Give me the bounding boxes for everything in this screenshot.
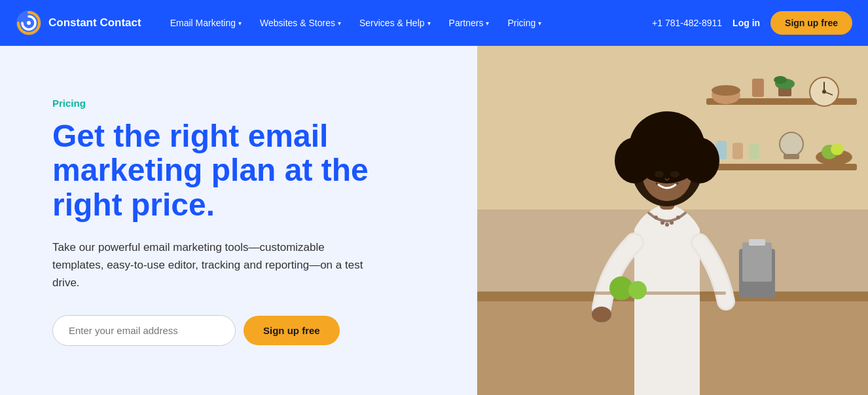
svg-rect-17 [732,143,743,159]
hero-content: Pricing Get the right email marketing pl… [0,46,477,395]
svg-point-45 [628,281,647,299]
svg-point-11 [774,76,787,84]
hero-title: Get the right email marketing plan at th… [52,119,438,223]
svg-rect-27 [742,242,772,282]
svg-point-36 [670,171,679,178]
hero-label: Pricing [52,98,438,109]
chevron-down-icon: ▾ [538,20,541,27]
svg-rect-20 [784,154,799,159]
svg-point-19 [780,132,803,156]
nav-right: +1 781-482-8911 Log in Sign up free [652,11,852,35]
svg-point-38 [660,221,664,225]
svg-point-40 [670,221,674,225]
svg-rect-28 [749,239,765,246]
navbar: Constant Contact Email Marketing ▾ Websi… [0,0,868,46]
svg-point-42 [592,307,611,322]
svg-rect-18 [749,144,759,159]
chevron-down-icon: ▾ [338,20,341,27]
svg-rect-8 [752,79,764,97]
svg-point-37 [654,216,658,219]
hero-description: Take our powerful email marketing tools—… [52,238,367,292]
chevron-down-icon: ▾ [238,20,242,27]
nav-signup-button[interactable]: Sign up free [770,11,852,35]
logo-link[interactable]: Constant Contact [16,10,141,36]
svg-point-34 [680,138,719,183]
svg-point-33 [615,138,654,183]
email-input[interactable] [52,315,236,346]
nav-services-help[interactable]: Services & Help ▾ [352,12,439,33]
svg-point-23 [831,143,844,155]
hero-form: Sign up free [52,315,438,346]
svg-point-39 [665,223,669,227]
nav-email-marketing[interactable]: Email Marketing ▾ [162,12,249,33]
hero-illustration [477,46,868,395]
svg-point-41 [676,216,680,219]
chevron-down-icon: ▾ [486,20,489,27]
nav-partners[interactable]: Partners ▾ [441,12,497,33]
svg-point-1 [27,21,31,25]
logo-icon [16,10,42,36]
nav-websites-stores[interactable]: Websites & Stores ▾ [252,12,349,33]
svg-point-7 [712,85,740,96]
svg-point-35 [655,171,664,178]
hero-section: Pricing Get the right email marketing pl… [0,46,868,395]
hero-image [477,46,868,395]
nav-links: Email Marketing ▾ Websites & Stores ▾ Se… [162,12,652,33]
nav-pricing[interactable]: Pricing ▾ [499,12,549,33]
chevron-down-icon: ▾ [427,20,431,27]
phone-number: +1 781-482-8911 [652,18,722,28]
logo-text: Constant Contact [48,16,141,29]
hero-signup-button[interactable]: Sign up free [244,316,340,345]
login-link[interactable]: Log in [732,18,760,28]
